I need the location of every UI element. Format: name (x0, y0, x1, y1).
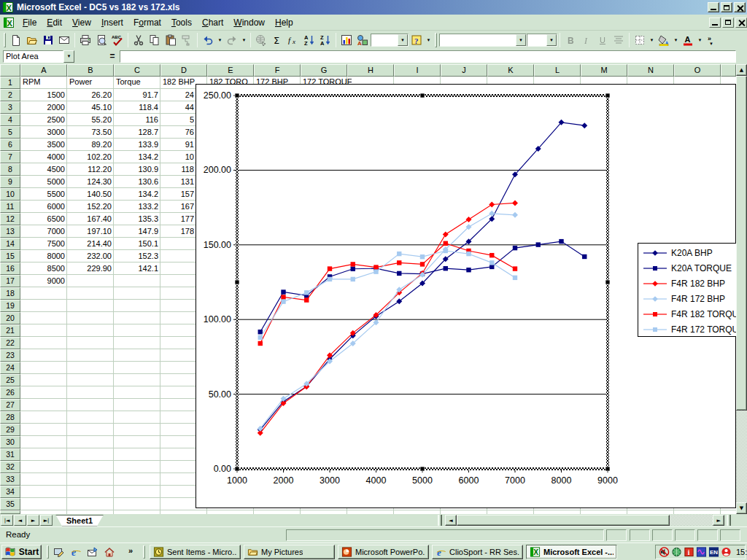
autosum-button[interactable]: Σ (269, 32, 285, 48)
vscroll-track[interactable] (736, 411, 747, 502)
minimize-button[interactable] (708, 2, 719, 12)
data-point[interactable] (489, 265, 494, 269)
chevron-down-icon[interactable]: ▼ (546, 34, 557, 46)
row-header-13[interactable]: 13 (0, 225, 20, 238)
cell-C7[interactable]: 134.2 (114, 151, 160, 163)
selection-handle[interactable] (605, 280, 610, 284)
row-header-26[interactable]: 26 (0, 386, 20, 399)
row-header-20[interactable]: 20 (0, 312, 20, 324)
selection-handle[interactable] (605, 93, 610, 98)
column-header-F[interactable]: F (254, 64, 301, 77)
sort-ascending-button[interactable]: AZ (301, 32, 317, 48)
cell-D9[interactable]: 131 (160, 176, 194, 188)
selection-handle[interactable] (235, 280, 239, 284)
data-point[interactable] (466, 268, 471, 272)
cell-A11[interactable]: 6000 (20, 201, 67, 213)
chevron-down-icon[interactable]: ▼ (398, 34, 408, 46)
row-header-11[interactable]: 11 (0, 201, 20, 213)
open-button[interactable] (24, 32, 40, 48)
cell-C3[interactable]: 118.4 (114, 101, 160, 114)
data-point[interactable] (513, 246, 517, 250)
task-button-1[interactable]: Sent Items - Micro... (150, 545, 241, 559)
font-size-combo[interactable]: ▼ (527, 34, 557, 47)
task-button-5[interactable]: XMicrosoft Excel -... (526, 545, 617, 559)
cell-C4[interactable]: 116 (114, 114, 160, 126)
row-header-32[interactable]: 32 (0, 461, 20, 473)
cell-B15[interactable]: 232.00 (67, 250, 114, 262)
row-header-18[interactable]: 18 (0, 287, 20, 300)
data-point[interactable] (258, 341, 263, 346)
workbook-minimize-button[interactable] (709, 18, 721, 28)
toolbar-handle[interactable] (435, 33, 437, 47)
chevron-down-icon[interactable]: ▼ (516, 34, 526, 46)
row-header-22[interactable]: 22 (0, 337, 20, 349)
cell-D7[interactable]: 10 (160, 151, 194, 163)
row-header-8[interactable]: 8 (0, 163, 20, 176)
name-box-value[interactable]: Plot Area (3, 50, 63, 63)
data-point[interactable] (536, 242, 541, 246)
row-header-23[interactable]: 23 (0, 349, 20, 362)
row-header-14[interactable]: 14 (0, 238, 20, 250)
column-header-D[interactable]: D (160, 64, 207, 77)
cell-A15[interactable]: 8000 (20, 250, 67, 262)
data-point[interactable] (374, 269, 378, 273)
data-point[interactable] (420, 254, 425, 259)
workbook-restore-button[interactable] (722, 18, 734, 28)
quick-launch-home-icon[interactable] (103, 546, 115, 559)
data-point[interactable] (281, 295, 285, 299)
cell-C13[interactable]: 147.9 (114, 225, 160, 238)
scrollbar-split-handle[interactable] (727, 515, 731, 526)
quick-launch-outlook-express-icon[interactable] (86, 546, 98, 559)
cell-D3[interactable]: 44 (160, 101, 194, 114)
formula-input[interactable] (120, 50, 736, 63)
data-point[interactable] (444, 249, 448, 253)
hscroll-track[interactable] (670, 515, 713, 526)
cell-A10[interactable]: 5500 (20, 188, 67, 201)
column-header-I[interactable]: I (394, 64, 441, 77)
cell-B11[interactable]: 152.20 (67, 201, 114, 213)
cell-A12[interactable]: 6500 (20, 213, 67, 225)
new-button[interactable] (8, 32, 24, 48)
cell-B5[interactable]: 73.50 (67, 126, 114, 139)
cell-A6[interactable]: 3500 (20, 139, 67, 151)
selection-handle[interactable] (605, 467, 610, 471)
column-header-L[interactable]: L (534, 64, 581, 77)
paste-function-button[interactable]: fx (285, 32, 301, 48)
row-header-31[interactable]: 31 (0, 448, 20, 461)
tab-next-icon[interactable]: ► (27, 515, 39, 526)
menu-chart[interactable]: Chart (197, 15, 228, 30)
vertical-scrollbar[interactable]: ▲ ▼ (736, 64, 747, 514)
row-header-29[interactable]: 29 (0, 424, 20, 436)
data-point[interactable] (513, 276, 517, 280)
row-header-2[interactable]: 2 (0, 89, 20, 101)
print-button[interactable] (77, 32, 93, 48)
row-header-12[interactable]: 12 (0, 213, 20, 225)
menu-format[interactable]: Format (128, 15, 166, 30)
mail-button[interactable] (56, 32, 72, 48)
row-header-5[interactable]: 5 (0, 126, 20, 139)
cell-C5[interactable]: 128.7 (114, 126, 160, 139)
hscroll-thumb[interactable] (457, 515, 670, 526)
tray-messenger-icon[interactable] (721, 547, 732, 558)
start-button[interactable]: Start (1, 545, 42, 559)
cell-A2[interactable]: 1500 (20, 89, 67, 101)
column-header-C[interactable]: C (114, 64, 160, 77)
task-button-3[interactable]: Microsoft PowerPo... (338, 545, 429, 559)
row-header-15[interactable]: 15 (0, 250, 20, 262)
cell-D4[interactable]: 5 (160, 114, 194, 126)
cell-C8[interactable]: 130.9 (114, 163, 160, 176)
selection-handle[interactable] (235, 467, 239, 471)
row-header-17[interactable]: 17 (0, 275, 20, 287)
paste-button[interactable] (163, 32, 179, 48)
data-point[interactable] (281, 289, 285, 294)
cell-B10[interactable]: 140.50 (67, 188, 114, 201)
column-header-K[interactable]: K (487, 64, 534, 77)
sheet-tab[interactable]: Sheet1 (55, 515, 104, 526)
embedded-chart[interactable]: 0.0050.00100.00150.00200.00250.001000200… (196, 84, 736, 508)
taskbar-grip[interactable] (143, 545, 145, 559)
selection-handle[interactable] (420, 467, 425, 471)
fill-color-button[interactable] (656, 32, 672, 48)
menu-tools[interactable]: Tools (166, 15, 197, 30)
undo-dropdown-icon[interactable]: ▼ (216, 32, 224, 48)
cell-B2[interactable]: 26.20 (67, 89, 114, 101)
